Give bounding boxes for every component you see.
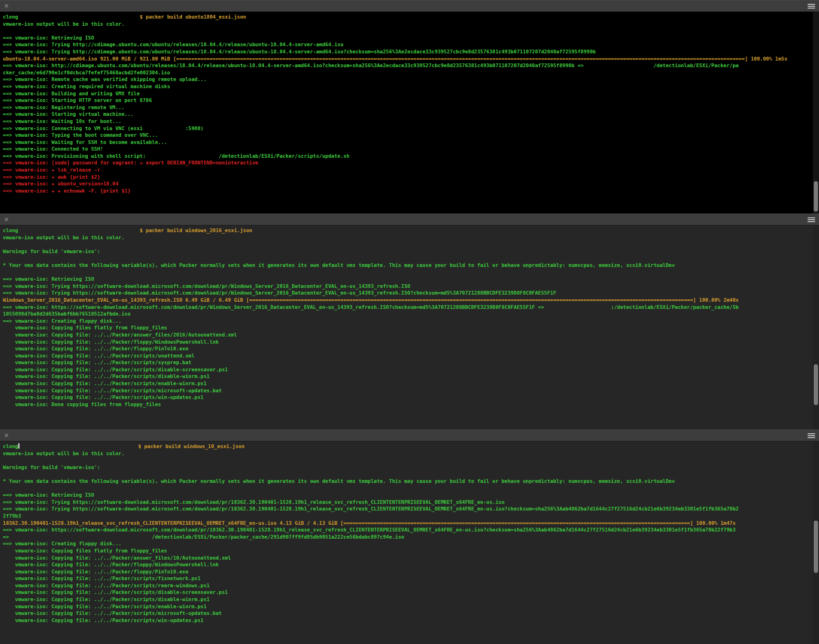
terminal-line: Windows_Server_2016_Datacenter_EVAL_en-u… xyxy=(3,296,811,304)
terminal-text-segment: vmware-iso: Copying file: ../../Packer/a… xyxy=(3,555,231,561)
terminal-line: clong $ packer build ubuntu1804_esxi.jso… xyxy=(3,13,811,20)
terminal-output[interactable]: clong $ packer build windows_2016_esxi.j… xyxy=(0,225,819,429)
terminal-text-segment: vmware-iso: Copying file: ../../Packer/s… xyxy=(3,373,210,379)
hamburger-menu-icon[interactable] xyxy=(808,4,815,9)
terminal-text-segment: ==> vmware-iso: https://software-downloa… xyxy=(3,304,738,310)
windows2016-build-terminal: ✕clong $ packer build windows_2016_esxi.… xyxy=(0,214,819,429)
terminal-line: ==> vmware-iso: Registering remote VM... xyxy=(3,104,811,111)
terminal-text-segment: vmware-iso: Copying file: ../../Packer/f… xyxy=(3,562,219,567)
terminal-line: ==> vmware-iso: + lsb_release -r xyxy=(3,166,811,174)
terminal-line: vmware-iso: Copying files flatly from fl… xyxy=(3,324,811,331)
terminal-text-segment: ==> vmware-iso: Trying http://cdimage.ub… xyxy=(3,49,596,54)
terminal-text-segment: * Your vmx data contains the following v… xyxy=(3,262,675,268)
hamburger-menu-icon[interactable] xyxy=(808,217,815,222)
terminal-text-segment: vmware-iso: Copying files flatly from fl… xyxy=(3,548,167,553)
terminal-text-segment: * Your vmx data contains the following v… xyxy=(3,478,675,484)
terminal-line: ==> vmware-iso: Connected to SSH! xyxy=(3,145,811,153)
terminal-line: * Your vmx data contains the following v… xyxy=(3,262,811,269)
terminal-text-segment: ==> vmware-iso: + lsb_release -r xyxy=(3,167,100,173)
terminal-text-segment: ==> vmware-iso: Starting virtual machine… xyxy=(3,111,133,117)
terminal-text-segment: vmware-iso: Copying file: ../../Packer/s… xyxy=(3,589,228,595)
terminal-line: ==> vmware-iso: Remote cache was verifie… xyxy=(3,76,811,83)
terminal-text-segment: $ packer build windows_2016_esxi.json xyxy=(18,227,252,233)
scrollbar-thumb[interactable] xyxy=(814,181,818,211)
terminal-line: Warnings for build 'vmware-iso': xyxy=(3,248,811,255)
terminal-line: vmware-iso: Copying file: ../../Packer/s… xyxy=(3,394,811,401)
terminal-line: vmware-iso: Copying file: ../../Packer/s… xyxy=(3,352,811,359)
terminal-text-segment: ==> vmware-iso: https://software-downloa… xyxy=(3,527,738,532)
terminal-line: vmware-iso: Copying file: ../../Packer/f… xyxy=(3,561,811,568)
terminal-line: ==> vmware-iso: [sudo] password for vagr… xyxy=(3,159,811,166)
scrollbar-track[interactable] xyxy=(813,12,819,214)
terminal-line: vmware-iso: Copying file: ../../Packer/a… xyxy=(3,331,811,338)
terminal-line: vmware-iso: Copying file: ../../Packer/s… xyxy=(3,617,811,624)
terminal-text-segment: ==> vmware-iso: Trying https://software-… xyxy=(3,506,738,511)
terminal-line: ==> vmware-iso: Creating required virtua… xyxy=(3,83,811,90)
pane-titlebar[interactable]: ✕ xyxy=(0,214,819,225)
terminal-text-segment: vmware-iso: Copying file: ../../Packer/a… xyxy=(3,332,237,337)
scrollbar-thumb[interactable] xyxy=(814,364,818,405)
terminal-text-segment: vmware-iso output will be in this color. xyxy=(3,235,124,240)
scrollbar-track[interactable] xyxy=(813,441,819,644)
close-icon[interactable]: ✕ xyxy=(4,432,9,439)
terminal-line: vmware-iso: Copying file: ../../Packer/s… xyxy=(3,366,811,373)
terminal-text-segment: ==> vmware-iso: Connecting to VM via VNC… xyxy=(3,125,204,131)
terminal-text-segment: clong xyxy=(3,227,18,233)
terminal-line: vmware-iso: Copying file: ../../Packer/s… xyxy=(3,610,811,617)
terminal-text-segment: ==> vmware-iso: + awk {print $2} xyxy=(3,174,100,180)
scrollbar-track[interactable] xyxy=(813,225,819,429)
terminal-text-segment: ==> vmware-iso: Connected to SSH! xyxy=(3,146,103,152)
terminal-text-segment: vmware-iso: Done copying files from flop… xyxy=(3,401,161,407)
terminal-line: 18362.30.190401-1528.19h1_release_svc_re… xyxy=(3,520,811,527)
terminal-line: ==> vmware-iso: + + echoawk -F. {print $… xyxy=(3,187,811,194)
terminal-line: ==> vmware-iso: Creating floppy disk... xyxy=(3,540,811,547)
terminal-line: ==> vmware-iso: Building and writing VMX… xyxy=(3,90,811,97)
terminal-line: vmware-iso: Copying file: ../../Packer/f… xyxy=(3,568,811,575)
terminal-line: ==> vmware-iso: Trying https://software-… xyxy=(3,499,811,506)
terminal-text-segment: ==> vmware-iso: Registering remote VM... xyxy=(3,104,124,110)
terminal-line: ==> vmware-iso: Trying https://software-… xyxy=(3,505,811,512)
terminal-text-segment: ==> vmware-iso: Typing the boot command … xyxy=(3,132,158,138)
terminal-line: => /detectionlab/ESXi/Packer/packer_cach… xyxy=(3,533,811,541)
terminal-line: ==> vmware-iso: Waiting for SSH to becom… xyxy=(3,139,811,146)
scrollbar-thumb[interactable] xyxy=(814,521,818,573)
terminal-line xyxy=(3,457,811,464)
terminal-text-segment: clong xyxy=(3,443,18,449)
terminal-output[interactable]: clong $ packer build windows_10_esxi.jso… xyxy=(0,441,819,644)
terminal-line: ==> vmware-iso: + ubuntu_version=18.04 xyxy=(3,180,811,187)
terminal-line: clong $ packer build windows_2016_esxi.j… xyxy=(3,227,811,234)
terminal-line: vmware-iso: Copying file: ../../Packer/s… xyxy=(3,387,811,394)
terminal-line: vmware-iso output will be in this color. xyxy=(3,234,811,241)
pane-titlebar[interactable]: ✕ xyxy=(0,0,819,12)
terminal-text-segment: ==> vmware-iso: Creating required virtua… xyxy=(3,83,170,89)
terminal-line: vmware-iso: Copying file: ../../Packer/s… xyxy=(3,596,811,603)
terminal-text-segment: ==> vmware-iso: Retrieving ISO xyxy=(3,35,94,41)
terminal-line: * Your vmx data contains the following v… xyxy=(3,478,811,485)
terminal-line: vmware-iso output will be in this color. xyxy=(3,20,811,28)
pane-titlebar[interactable]: ✕ xyxy=(0,429,819,441)
terminal-text-segment: ==> vmware-iso: Provisioning with shell … xyxy=(3,153,349,159)
terminal-line: vmware-iso: Copying file: ../../Packer/s… xyxy=(3,603,811,610)
terminal-line: ubuntu-18.04.4-server-amd64.iso 921.00 M… xyxy=(3,55,811,62)
terminal-line: cker_cache/e6d790e1cf0dcbca7fefef75468ac… xyxy=(3,69,811,76)
terminal-text-segment: ==> vmware-iso: Waiting for SSH to becom… xyxy=(3,139,167,145)
terminal-text-segment: clong xyxy=(3,14,18,20)
terminal-text-segment: vmware-iso: Copying file: ../../Packer/s… xyxy=(3,583,210,588)
terminal-line: vmware-iso: Copying file: ../../Packer/s… xyxy=(3,373,811,380)
terminal-text-segment: cker_cache/e6d790e1cf0dcbca7fefef75468ac… xyxy=(3,70,170,75)
terminal-output[interactable]: clong $ packer build ubuntu1804_esxi.jso… xyxy=(0,12,819,214)
close-icon[interactable]: ✕ xyxy=(4,3,9,9)
terminal-text-segment: vmware-iso: Copying file: ../../Packer/s… xyxy=(3,617,204,623)
close-icon[interactable]: ✕ xyxy=(4,216,9,223)
hamburger-menu-icon[interactable] xyxy=(808,433,815,438)
terminal-line xyxy=(3,255,811,262)
terminal-text-segment: ==> vmware-iso: Waiting 10s for boot... xyxy=(3,118,122,124)
terminal-text-segment: ==> vmware-iso: Creating floppy disk... xyxy=(3,318,122,324)
terminal-text-segment: vmware-iso: Copying file: ../../Packer/s… xyxy=(3,394,204,400)
terminal-text-segment: vmware-iso: Copying file: ../../Packer/s… xyxy=(3,353,195,358)
terminal-line: vmware-iso: Copying file: ../../Packer/a… xyxy=(3,554,811,562)
terminal-line xyxy=(3,241,811,248)
terminal-line: vmware-iso: Done copying files from flop… xyxy=(3,401,811,408)
terminal-line: ==> vmware-iso: Starting HTTP server on … xyxy=(3,97,811,104)
terminal-text-segment: $ packer build windows_10_esxi.json xyxy=(20,443,245,449)
